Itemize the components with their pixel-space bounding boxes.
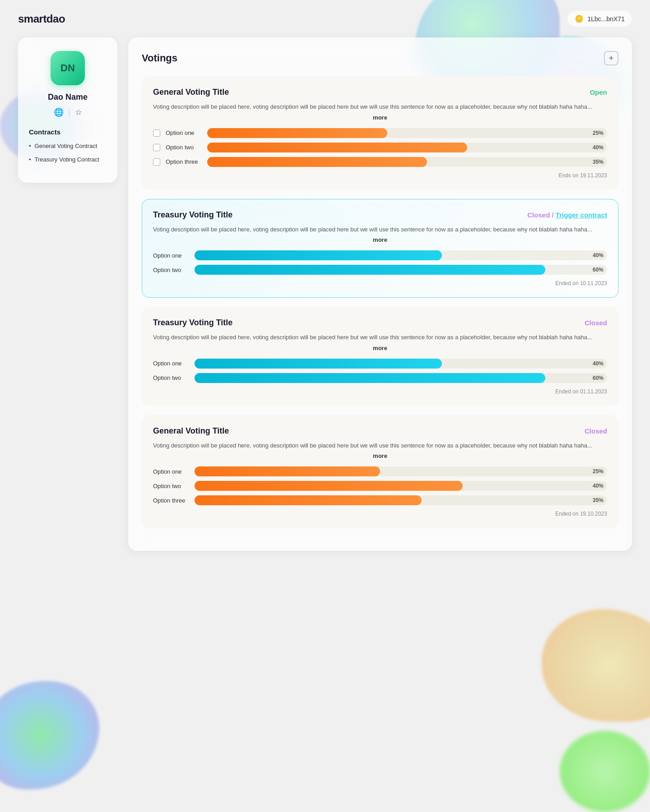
voting-card-1-description: Voting description will be placed here, … <box>153 102 607 111</box>
dao-avatar: DN <box>51 51 85 85</box>
option-row-1-2: Option two 40% <box>153 143 607 152</box>
voting-card-4: General Voting Title Closed Voting descr… <box>142 415 618 529</box>
contract-name-1: General Voting Contract <box>35 142 98 150</box>
voting-card-1-more[interactable]: more <box>153 114 607 121</box>
header: smartdao 🪙 1Lbc...bnX71 <box>0 0 650 37</box>
contracts-label: Contracts <box>29 128 107 136</box>
bar-fill-4-1 <box>195 466 380 476</box>
voting-card-2-description: Voting description will be placed here, … <box>153 225 607 234</box>
voting-card-1-title: General Voting Title <box>153 88 229 97</box>
voting-card-3-header: Treasury Voting Title Closed <box>153 318 607 328</box>
votings-header: Votings + <box>142 51 618 65</box>
voting-card-3-more[interactable]: more <box>153 345 607 351</box>
voting-card-3-footer: Ended on 01.11.2023 <box>153 388 607 395</box>
option-row-4-3: Option three 35% <box>153 495 607 505</box>
trigger-contract-link[interactable]: Trigger contract <box>556 211 607 219</box>
sidebar: DN Dao Name 🌐 ☆ Contracts • General Voti… <box>18 37 117 183</box>
decorative-blob-4 <box>0 681 99 789</box>
bar-pct-1-1: 25% <box>593 130 604 136</box>
option-label-4-3: Option three <box>153 497 189 504</box>
option-bar-3-2: 60% <box>195 373 607 383</box>
option-label-1-2: Option two <box>166 144 202 151</box>
option-bar-1-2: 40% <box>207 143 607 152</box>
add-voting-button[interactable]: + <box>604 51 618 65</box>
contract-item-2[interactable]: • Treasury Voting Contract <box>29 156 107 164</box>
voting-card-2-status: Closed / Trigger contract <box>527 211 607 219</box>
bar-pct-4-1: 25% <box>593 468 604 475</box>
votings-title: Votings <box>142 52 177 64</box>
option-row-2-2: Option two 60% <box>153 265 607 275</box>
dao-name: Dao Name <box>29 92 107 102</box>
bar-pct-2-1: 40% <box>593 252 604 258</box>
bar-fill-4-2 <box>195 481 463 491</box>
wallet-icon: 🪙 <box>575 14 584 23</box>
bar-fill-1-3 <box>207 157 427 167</box>
voting-card-2: Treasury Voting Title Closed / Trigger c… <box>142 199 618 298</box>
bar-fill-1-1 <box>207 128 387 138</box>
voting-card-3: Treasury Voting Title Closed Voting desc… <box>142 307 618 406</box>
decorative-blob-5 <box>560 731 650 812</box>
wallet-badge[interactable]: 🪙 1Lbc...bnX71 <box>567 11 632 27</box>
option-checkbox-1-1[interactable] <box>153 129 160 137</box>
bar-pct-1-3: 35% <box>593 159 604 165</box>
decorative-blob-6 <box>542 609 650 722</box>
bar-pct-1-2: 40% <box>593 144 604 151</box>
voting-card-1-header: General Voting Title Open <box>153 88 607 97</box>
bar-fill-3-2 <box>195 373 545 383</box>
bar-pct-3-2: 60% <box>593 375 604 381</box>
option-bar-1-1: 25% <box>207 128 607 138</box>
bar-fill-2-2 <box>195 265 545 275</box>
bar-fill-2-1 <box>195 250 442 260</box>
option-label-4-1: Option one <box>153 468 189 475</box>
option-row-1-1: Option one 25% <box>153 128 607 138</box>
bar-pct-4-3: 35% <box>593 497 604 503</box>
icon-divider <box>69 108 70 116</box>
option-checkbox-1-2[interactable] <box>153 144 160 151</box>
option-bar-2-1: 40% <box>195 250 607 260</box>
voting-card-1-status: Open <box>590 88 607 96</box>
option-row-3-2: Option two 60% <box>153 373 607 383</box>
voting-card-3-description: Voting description will be placed here, … <box>153 333 607 342</box>
contracts-section: Contracts • General Voting Contract • Tr… <box>29 128 107 164</box>
dao-social-icons: 🌐 ☆ <box>29 107 107 117</box>
voting-card-4-header: General Voting Title Closed <box>153 426 607 436</box>
option-row-3-1: Option one 40% <box>153 359 607 369</box>
option-label-3-1: Option one <box>153 360 189 367</box>
contract-item-1[interactable]: • General Voting Contract <box>29 142 107 150</box>
option-bar-4-3: 35% <box>195 495 607 505</box>
option-bar-2-2: 60% <box>195 265 607 275</box>
logo: smartdao <box>18 13 65 25</box>
voting-card-1: General Voting Title Open Voting descrip… <box>142 76 618 190</box>
voting-card-4-footer: Ended on 19.10.2023 <box>153 511 607 517</box>
star-icon[interactable]: ☆ <box>75 107 82 117</box>
bar-fill-4-3 <box>195 495 422 505</box>
voting-card-4-more[interactable]: more <box>153 452 607 459</box>
bar-pct-2-2: 60% <box>593 267 604 273</box>
option-bar-3-1: 40% <box>195 359 607 369</box>
bar-pct-4-2: 40% <box>593 483 604 489</box>
main-layout: DN Dao Name 🌐 ☆ Contracts • General Voti… <box>0 37 650 569</box>
voting-card-4-title: General Voting Title <box>153 426 229 436</box>
voting-card-2-more[interactable]: more <box>153 236 607 243</box>
option-label-2-1: Option one <box>153 252 189 259</box>
option-label-3-2: Option two <box>153 374 189 381</box>
wallet-address: 1Lbc...bnX71 <box>587 15 625 23</box>
bar-fill-3-1 <box>195 359 442 369</box>
voting-card-2-title: Treasury Voting Title <box>153 210 232 220</box>
voting-card-2-footer: Ended on 10.11.2023 <box>153 280 607 286</box>
voting-card-4-status: Closed <box>585 427 607 435</box>
voting-card-3-status: Closed <box>585 319 607 327</box>
voting-card-2-header: Treasury Voting Title Closed / Trigger c… <box>153 210 607 220</box>
status-closed-text: Closed / <box>527 211 556 219</box>
voting-card-3-title: Treasury Voting Title <box>153 318 232 328</box>
option-label-4-2: Option two <box>153 483 189 489</box>
bar-pct-3-1: 40% <box>593 360 604 367</box>
option-label-1-1: Option one <box>166 129 202 136</box>
option-row-4-2: Option two 40% <box>153 481 607 491</box>
option-row-4-1: Option one 25% <box>153 466 607 476</box>
option-checkbox-1-3[interactable] <box>153 158 160 166</box>
globe-icon[interactable]: 🌐 <box>54 107 64 117</box>
option-bar-4-1: 25% <box>195 466 607 476</box>
option-bar-4-2: 40% <box>195 481 607 491</box>
contract-name-2: Treasury Voting Contract <box>35 156 99 164</box>
